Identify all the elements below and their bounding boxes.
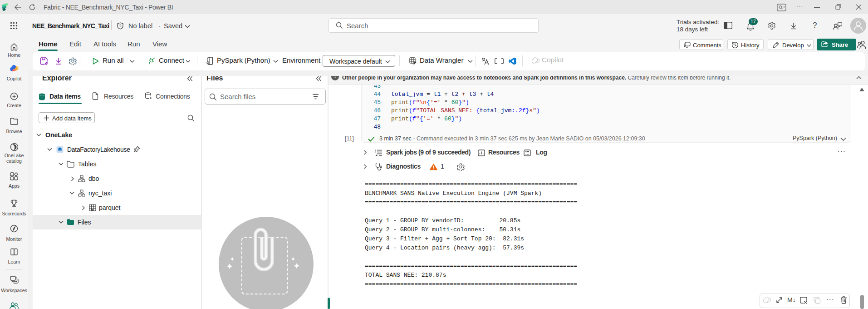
svg-text:?: ? <box>119 24 121 28</box>
